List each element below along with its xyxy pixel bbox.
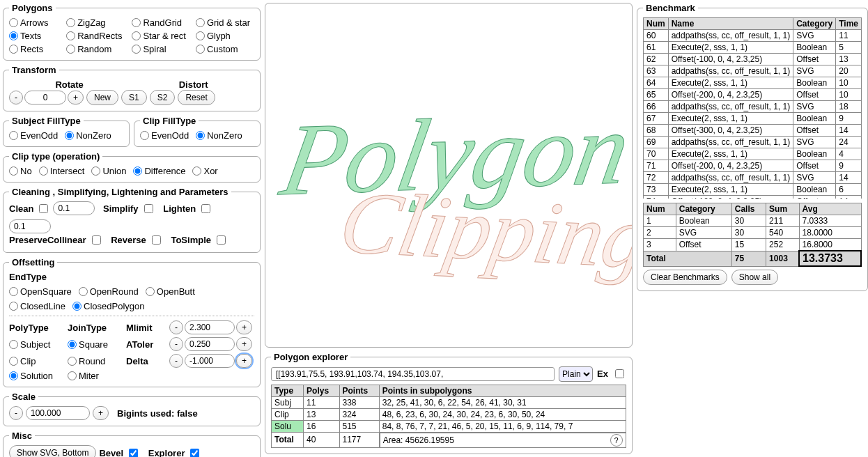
clipType-union[interactable]: Union xyxy=(91,166,126,176)
offset_poly-solution[interactable]: Solution xyxy=(9,371,59,381)
polygons-spiral[interactable]: Spiral xyxy=(132,44,185,54)
scale-plus-button[interactable]: + xyxy=(93,406,109,420)
offset_poly-subject[interactable]: Subject xyxy=(9,339,59,350)
scale-group: Scale - + Bigints used: false xyxy=(3,392,261,426)
clear-benchmarks-button[interactable]: Clear Benchmarks xyxy=(643,270,727,285)
offset_poly-clip[interactable]: Clip xyxy=(9,356,59,366)
rotate-plus-button[interactable]: + xyxy=(68,91,84,104)
clipFill-nonzero[interactable]: NonZero xyxy=(196,130,242,141)
lighten-checkbox[interactable] xyxy=(201,204,210,213)
s2-button[interactable]: S2 xyxy=(150,90,176,105)
explorer-table: TypePolysPointsPoints in subpolygons Sub… xyxy=(271,385,626,449)
polygons-zigzag[interactable]: ZigZag xyxy=(66,17,122,28)
clipType-intersect[interactable]: Intersect xyxy=(39,166,85,176)
clean-value[interactable] xyxy=(53,201,95,215)
clip-filltype-group: Clip FillType EvenOddNonZero xyxy=(134,116,261,147)
polygons-glyph[interactable]: Glyph xyxy=(196,31,250,41)
offset_join-miter[interactable]: Miter xyxy=(68,371,118,381)
polygons-texts[interactable]: Texts xyxy=(9,31,56,41)
offset_end-closedpolygon[interactable]: ClosedPolygon xyxy=(72,301,144,311)
help-icon[interactable]: ? xyxy=(610,434,623,447)
subjFill-evenodd[interactable]: EvenOdd xyxy=(9,130,58,141)
atoler-plus-button[interactable]: + xyxy=(236,337,252,351)
lighten-value[interactable] xyxy=(9,219,51,233)
tosimple-checkbox[interactable] xyxy=(217,235,226,245)
distort-label: Distort xyxy=(179,79,208,90)
mlimit-minus-button[interactable]: - xyxy=(169,320,183,334)
clip-type-group: Clip type (operation) NoIntersectUnionDi… xyxy=(3,151,261,183)
polygons-grid-star[interactable]: Grid & star xyxy=(196,17,250,28)
benchmark-summary-table: NumCategoryCallsSumAvg 1Boolean302117.03… xyxy=(643,203,862,267)
show-all-button[interactable]: Show all xyxy=(731,270,778,285)
benchmark-group: Benchmark NumNameCategoryTime 60addpaths… xyxy=(637,3,868,291)
subject-filltype-group: Subject FillType EvenOddNonZero xyxy=(3,116,130,147)
cleaning-group: Cleaning , Simplifying, Lightening and P… xyxy=(3,187,261,253)
mlimit-plus-button[interactable]: + xyxy=(236,320,252,334)
rotate-label: Rotate xyxy=(55,79,83,90)
explorer-checkbox[interactable] xyxy=(190,449,199,458)
delta-input[interactable] xyxy=(185,354,235,368)
canvas-word2: Clipping xyxy=(332,173,632,286)
polygons-group: Polygons ArrowsZigZagRandGridGrid & star… xyxy=(3,3,261,61)
polygons-custom[interactable]: Custom xyxy=(196,44,250,54)
offsetting-group: Offsetting EndType OpenSquareOpenRoundOp… xyxy=(3,257,261,387)
s1-button[interactable]: S1 xyxy=(121,90,147,105)
clipType-no[interactable]: No xyxy=(9,166,32,176)
clipType-xor[interactable]: Xor xyxy=(192,166,217,176)
misc-group: Misc Show SVG, Bottom Bevel Explorer Run… xyxy=(3,431,261,457)
offset_end-opensquare[interactable]: OpenSquare xyxy=(9,286,72,297)
benchmark-panel: Benchmark NumNameCategoryTime 60addpaths… xyxy=(637,3,865,454)
scale-input[interactable] xyxy=(26,406,90,420)
main-area: Polygon Clipping Polygon explorer Plain … xyxy=(265,3,633,454)
offset_join-round[interactable]: Round xyxy=(68,356,118,366)
atoler-minus-button[interactable]: - xyxy=(169,337,183,351)
atoler-input[interactable] xyxy=(185,337,235,351)
polygons-rects[interactable]: Rects xyxy=(9,44,56,54)
polygons-random[interactable]: Random xyxy=(66,44,122,54)
subjFill-nonzero[interactable]: NonZero xyxy=(65,130,111,141)
offset_end-openbutt[interactable]: OpenButt xyxy=(146,286,195,297)
polygons-arrows[interactable]: Arrows xyxy=(9,17,56,28)
bevel-checkbox[interactable] xyxy=(129,449,138,458)
app-root: Polygons ArrowsZigZagRandGridGrid & star… xyxy=(3,3,865,454)
mlimit-input[interactable] xyxy=(185,320,235,334)
polygon-explorer-group: Polygon explorer Plain Ex TypePolysPoint… xyxy=(265,352,633,455)
offset_end-closedline[interactable]: ClosedLine xyxy=(9,301,65,311)
reset-button[interactable]: Reset xyxy=(178,90,215,105)
polygons-star-rect[interactable]: Star & rect xyxy=(132,31,185,41)
sidebar: Polygons ArrowsZigZagRandGridGrid & star… xyxy=(3,3,261,454)
clean-checkbox[interactable] xyxy=(39,204,48,213)
transform-group: Transform Rotate Distort - + New S1 S2 R… xyxy=(3,65,261,111)
polygons-legend: Polygons xyxy=(9,3,56,13)
polygons-grid: ArrowsZigZagRandGridGrid & starTextsRand… xyxy=(9,17,254,54)
delta-minus-button[interactable]: - xyxy=(169,354,183,368)
preservecollinear-checkbox[interactable] xyxy=(92,235,101,245)
benchmark-table: NumNameCategoryTime 60addpaths(ss, cc, o… xyxy=(643,17,862,199)
scale-minus-button[interactable]: - xyxy=(9,406,23,420)
ex-checkbox[interactable] xyxy=(615,369,624,378)
reverse-checkbox[interactable] xyxy=(152,235,161,245)
format-select[interactable]: Plain xyxy=(559,366,593,382)
polygons-randrects[interactable]: RandRects xyxy=(66,31,122,41)
transform-legend: Transform xyxy=(9,65,59,75)
rotate-minus-button[interactable]: - xyxy=(9,91,23,104)
clipFill-evenodd[interactable]: EvenOdd xyxy=(140,130,189,141)
simplify-checkbox[interactable] xyxy=(144,204,153,213)
delta-plus-button[interactable]: + xyxy=(236,354,252,368)
new-button[interactable]: New xyxy=(86,90,118,105)
canvas[interactable]: Polygon Clipping xyxy=(265,3,633,348)
polygons-randgrid[interactable]: RandGrid xyxy=(132,17,185,28)
offset_end-openround[interactable]: OpenRound xyxy=(79,286,139,297)
rotate-input[interactable] xyxy=(24,91,66,104)
path-input[interactable] xyxy=(271,367,555,381)
clipType-difference[interactable]: Difference xyxy=(133,166,185,176)
offset_join-square[interactable]: Square xyxy=(68,339,118,350)
show-svg-button[interactable]: Show SVG, Bottom xyxy=(9,445,96,457)
